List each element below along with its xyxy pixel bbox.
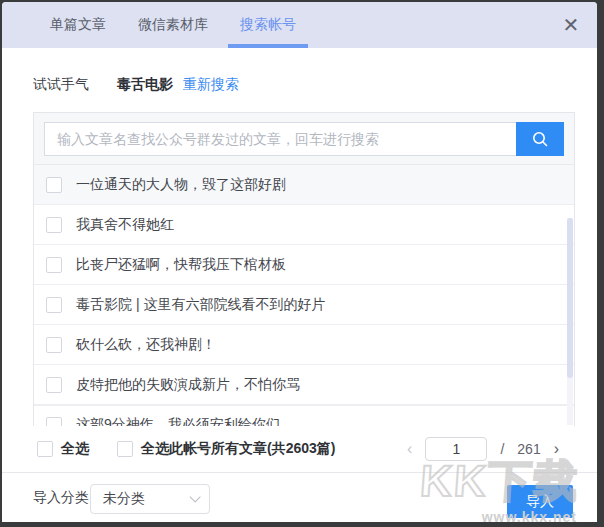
article-row[interactable]: 毒舌影院 | 这里有六部院线看不到的好片 — [34, 285, 574, 325]
account-bar: 试试手气 毒舌电影 重新搜索 — [33, 76, 239, 94]
tab-single-article[interactable]: 单篇文章 — [50, 2, 106, 48]
select-all-checkbox[interactable] — [37, 441, 53, 457]
article-checkbox[interactable] — [46, 257, 62, 273]
import-article-dialog: 单篇文章 微信素材库 搜索帐号 ✕ 试试手气 毒舌电影 重新搜索 — [2, 2, 597, 522]
search-again-link[interactable]: 重新搜索 — [183, 76, 239, 94]
article-checkbox[interactable] — [46, 417, 62, 426]
article-title: 皮特把他的失败演成新片，不怕你骂 — [76, 376, 300, 394]
search-button[interactable] — [516, 122, 564, 156]
import-button[interactable]: 导入 — [507, 485, 573, 518]
prev-page-icon[interactable]: ‹ — [407, 440, 412, 458]
article-title: 我真舍不得她红 — [76, 216, 174, 234]
article-row-clipped[interactable]: 这部9分神作，我必须安利给你们 — [34, 405, 574, 426]
import-category-label: 导入分类 — [33, 489, 89, 507]
article-title: 这部9分神作，我必须安利给你们 — [76, 416, 280, 426]
article-title: 一位通天的大人物，毁了这部好剧 — [76, 176, 286, 194]
tab-wechat-material[interactable]: 微信素材库 — [138, 2, 208, 48]
article-title: 比丧尸还猛啊，快帮我压下棺材板 — [76, 256, 286, 274]
article-checkbox[interactable] — [46, 337, 62, 353]
category-select[interactable]: 未分类 — [90, 484, 210, 514]
article-checkbox[interactable] — [46, 217, 62, 233]
select-account-all-checkbox[interactable] — [117, 441, 133, 457]
tab-search-account[interactable]: 搜索帐号 — [240, 2, 296, 48]
close-icon[interactable]: ✕ — [559, 13, 583, 37]
tab-label: 微信素材库 — [138, 16, 208, 34]
article-title: 砍什么砍，还我神剧！ — [76, 336, 216, 354]
select-all-label: 全选 — [61, 440, 89, 458]
try-luck-link[interactable]: 试试手气 — [33, 76, 89, 94]
account-name: 毒舌电影 — [117, 76, 173, 94]
article-rows: 一位通天的大人物，毁了这部好剧 我真舍不得她红 比丧尸还猛啊，快帮我压下棺材板 … — [34, 165, 574, 426]
dialog-footer: 导入分类 未分类 导入 — [2, 472, 597, 522]
dialog-tabbar: 单篇文章 微信素材库 搜索帐号 ✕ — [2, 2, 597, 48]
article-row[interactable]: 皮特把他的失败演成新片，不怕你骂 — [34, 365, 574, 405]
page-separator: / — [500, 441, 504, 457]
search-section — [34, 113, 574, 165]
article-checkbox[interactable] — [46, 297, 62, 313]
page-number-input[interactable] — [425, 437, 487, 461]
list-scrollbar-thumb[interactable] — [567, 218, 573, 378]
total-pages: 261 — [517, 441, 540, 457]
pagination: ‹ / 261 › — [407, 426, 559, 472]
tab-label: 单篇文章 — [50, 16, 106, 34]
chevron-down-icon — [189, 491, 200, 502]
select-account-all-label: 全选此帐号所有文章(共2603篇) — [141, 440, 335, 458]
tab-label: 搜索帐号 — [240, 16, 296, 34]
article-row[interactable]: 一位通天的大人物，毁了这部好剧 — [34, 165, 574, 205]
article-row[interactable]: 我真舍不得她红 — [34, 205, 574, 245]
search-input[interactable] — [44, 122, 516, 156]
list-scrollbar-track[interactable] — [567, 218, 573, 425]
article-title: 毒舌影院 | 这里有六部院线看不到的好片 — [76, 296, 325, 314]
search-icon — [530, 129, 550, 149]
article-list-panel: 一位通天的大人物，毁了这部好剧 我真舍不得她红 比丧尸还猛啊，快帮我压下棺材板 … — [33, 112, 575, 426]
category-selected-value: 未分类 — [103, 490, 189, 508]
article-row[interactable]: 砍什么砍，还我神剧！ — [34, 325, 574, 365]
next-page-icon[interactable]: › — [554, 440, 559, 458]
selection-bar: 全选 全选此帐号所有文章(共2603篇) ‹ / 261 › — [2, 426, 597, 472]
article-checkbox[interactable] — [46, 177, 62, 193]
article-row[interactable]: 比丧尸还猛啊，快帮我压下棺材板 — [34, 245, 574, 285]
article-checkbox[interactable] — [46, 377, 62, 393]
